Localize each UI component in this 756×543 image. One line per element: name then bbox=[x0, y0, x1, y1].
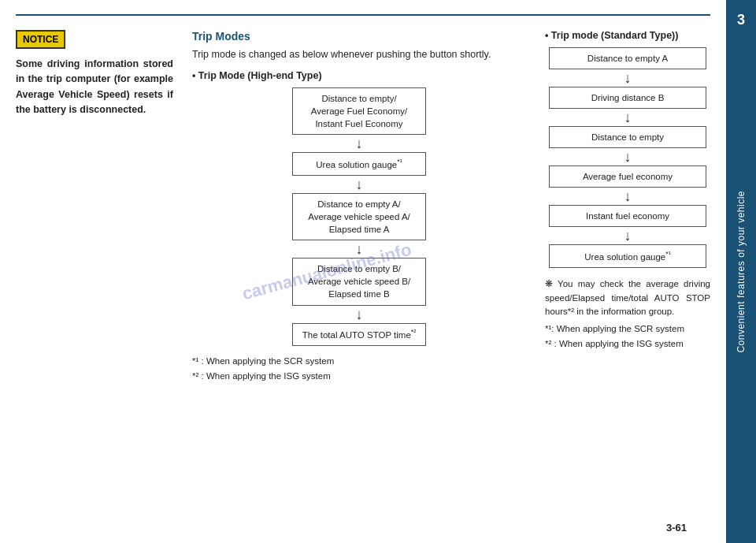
section-intro: Trip mode is changed as below whenever p… bbox=[192, 47, 526, 62]
high-end-title: • Trip Mode (High-end Type) bbox=[192, 70, 526, 81]
standard-flow-box-4: Average fuel economy bbox=[549, 166, 706, 188]
standard-footnote-1: *¹: When applying the SCR system bbox=[545, 322, 710, 336]
page-number: 3-61 bbox=[666, 522, 687, 534]
page-container: NOTICE Some driving information stored i… bbox=[0, 0, 756, 543]
flow-box-3: Distance to empty A/Average vehicle spee… bbox=[292, 193, 426, 240]
flow-box-1: Distance to empty/Average Fuel Economy/I… bbox=[292, 87, 426, 135]
notice-label: NOTICE bbox=[16, 30, 65, 49]
left-column: NOTICE Some driving information stored i… bbox=[16, 30, 173, 383]
standard-flowchart: Distance to empty A ↓ Driving distance B… bbox=[545, 47, 710, 268]
content-columns: NOTICE Some driving information stored i… bbox=[16, 30, 710, 383]
standard-flow-arrow-1: ↓ bbox=[624, 71, 632, 85]
standard-title: • Trip mode (Standard Type)) bbox=[545, 30, 710, 41]
middle-column: Trip Modes Trip mode is changed as below… bbox=[192, 30, 526, 383]
standard-footnote-2: *² : When applying the ISG system bbox=[545, 337, 710, 351]
standard-flow-box-5: Instant fuel economy bbox=[549, 205, 706, 227]
note-text: You may check the average driving speed/… bbox=[545, 279, 710, 316]
standard-flow-arrow-2: ↓ bbox=[624, 110, 632, 125]
notice-text: Some driving information stored in the t… bbox=[16, 57, 173, 118]
high-end-footnotes: *¹ : When applying the SCR system *² : W… bbox=[192, 354, 526, 383]
standard-flow-box-1: Distance to empty A bbox=[549, 47, 706, 69]
standard-flow-box-6: Urea solution gauge*¹ bbox=[549, 244, 706, 268]
footnote-2: *² : When applying the ISG system bbox=[192, 369, 526, 383]
standard-flow-arrow-5: ↓ bbox=[624, 229, 632, 243]
flow-box-2: Urea solution gauge*¹ bbox=[292, 152, 426, 176]
flow-arrow-4: ↓ bbox=[356, 307, 363, 322]
footnote-1: *¹ : When applying the SCR system bbox=[192, 354, 526, 368]
standard-flow-box-3: Distance to empty bbox=[549, 126, 706, 148]
sidebar-chapter-number: 3 bbox=[726, 0, 756, 39]
standard-footnotes: *¹: When applying the SCR system *² : Wh… bbox=[545, 322, 710, 351]
main-content: NOTICE Some driving information stored i… bbox=[0, 0, 726, 543]
section-title: Trip Modes bbox=[192, 30, 526, 43]
flow-arrow-3: ↓ bbox=[356, 242, 363, 256]
flow-box-5: The total AUTO STOP time*² bbox=[292, 323, 426, 347]
standard-flow-arrow-3: ↓ bbox=[624, 150, 632, 164]
flow-arrow-2: ↓ bbox=[356, 177, 363, 192]
flow-box-4: Distance to empty B/Average vehicle spee… bbox=[292, 258, 426, 305]
right-column: • Trip mode (Standard Type)) Distance to… bbox=[545, 30, 710, 383]
right-sidebar: Convenient features of your vehicle 3 bbox=[726, 0, 756, 543]
standard-flow-arrow-4: ↓ bbox=[624, 189, 632, 203]
note-box: ❋ You may check the average driving spee… bbox=[545, 277, 710, 351]
standard-flow-box-2: Driving distance B bbox=[549, 87, 706, 109]
sidebar-chapter-label: Convenient features of your vehicle bbox=[736, 191, 747, 353]
flow-arrow-1: ↓ bbox=[356, 136, 363, 151]
high-end-flowchart: Distance to empty/Average Fuel Economy/I… bbox=[192, 87, 526, 347]
note-symbol: ❋ bbox=[545, 279, 553, 288]
top-line bbox=[16, 14, 710, 16]
